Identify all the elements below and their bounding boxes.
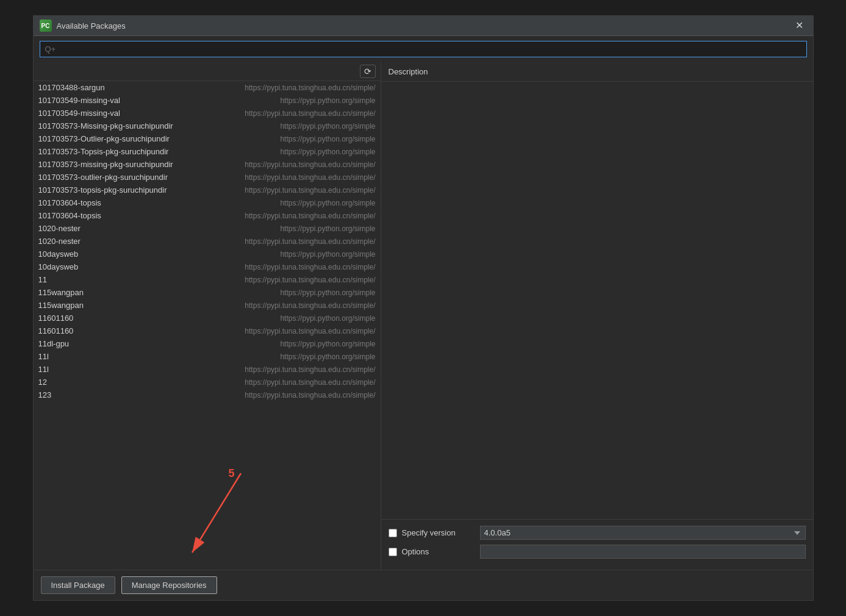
package-name: 101703573-Topsis-pkg-suruchipundir bbox=[38, 147, 169, 156]
options-checkbox[interactable] bbox=[389, 548, 397, 556]
package-url: https://pypi.tuna.tsinghua.edu.cn/simple… bbox=[160, 237, 376, 246]
package-name: 1020-nester bbox=[38, 237, 160, 246]
title-bar-left: PC Available Packages bbox=[40, 20, 126, 32]
options-label: Options bbox=[402, 547, 475, 556]
package-name: 11l bbox=[38, 352, 160, 361]
package-row[interactable]: 1020-nesterhttps://pypi.python.org/simpl… bbox=[34, 222, 381, 235]
package-url: https://pypi.tuna.tsinghua.edu.cn/simple… bbox=[168, 173, 376, 182]
options-input[interactable] bbox=[480, 545, 806, 559]
package-name: 123 bbox=[38, 390, 160, 399]
package-url: https://pypi.python.org/simple bbox=[160, 314, 376, 323]
package-url: https://pypi.tuna.tsinghua.edu.cn/simple… bbox=[160, 212, 376, 220]
title-bar: PC Available Packages ✕ bbox=[34, 16, 813, 36]
package-name: 11l bbox=[38, 365, 160, 374]
package-name: 101703573-outlier-pkg-suruchipundir bbox=[38, 173, 168, 182]
package-row[interactable]: 11https://pypi.tuna.tsinghua.edu.cn/simp… bbox=[34, 273, 381, 286]
package-list-area: ⟳ 101703488-sargunhttps://pypi.tuna.tsin… bbox=[34, 62, 381, 570]
package-url: https://pypi.tuna.tsinghua.edu.cn/simple… bbox=[160, 301, 376, 310]
specify-version-checkbox[interactable] bbox=[389, 529, 397, 537]
refresh-button[interactable]: ⟳ bbox=[360, 65, 376, 78]
package-name: 101703573-Missing-pkg-suruchipundir bbox=[38, 121, 173, 131]
package-name: 11601160 bbox=[38, 313, 160, 323]
package-url: https://pypi.python.org/simple bbox=[160, 353, 376, 361]
package-name: 12 bbox=[38, 378, 160, 387]
package-row[interactable]: 101703549-missing-valhttps://pypi.tuna.t… bbox=[34, 107, 381, 120]
package-row[interactable]: 101703549-missing-valhttps://pypi.python… bbox=[34, 94, 381, 107]
package-row[interactable]: 10dayswebhttps://pypi.tuna.tsinghua.edu.… bbox=[34, 260, 381, 273]
options-row: Options bbox=[389, 545, 806, 559]
package-url: https://pypi.python.org/simple bbox=[170, 135, 376, 143]
package-name: 101703488-sargun bbox=[38, 83, 160, 92]
package-row[interactable]: 101703573-missing-pkg-suruchipundirhttps… bbox=[34, 158, 381, 171]
package-row[interactable]: 11601160https://pypi.tuna.tsinghua.edu.c… bbox=[34, 324, 381, 337]
package-name: 101703573-missing-pkg-suruchipundir bbox=[38, 160, 173, 169]
package-url: https://pypi.python.org/simple bbox=[160, 250, 376, 259]
package-row[interactable]: 101703488-sargunhttps://pypi.tuna.tsingh… bbox=[34, 81, 381, 94]
package-url: https://pypi.tuna.tsinghua.edu.cn/simple… bbox=[160, 378, 376, 387]
package-url: https://pypi.tuna.tsinghua.edu.cn/simple… bbox=[173, 160, 376, 169]
version-row: Specify version 4.0.0a5 4.0.0a4 3.9.9 3.… bbox=[389, 526, 806, 540]
package-name: 101703549-missing-val bbox=[38, 96, 160, 105]
package-row[interactable]: 101703573-Missing-pkg-suruchipundirhttps… bbox=[34, 120, 381, 132]
package-url: https://pypi.python.org/simple bbox=[160, 224, 376, 233]
specify-version-label: Specify version bbox=[402, 528, 475, 537]
right-panel: Description Specify version 4.0.0a5 4.0.… bbox=[381, 62, 813, 570]
package-row[interactable]: 101703573-Topsis-pkg-suruchipundirhttps:… bbox=[34, 145, 381, 158]
package-row[interactable]: 115wangpanhttps://pypi.python.org/simple bbox=[34, 286, 381, 299]
dialog-title: Available Packages bbox=[57, 21, 126, 30]
package-name: 115wangpan bbox=[38, 301, 160, 310]
package-row[interactable]: 101703573-outlier-pkg-suruchipundirhttps… bbox=[34, 171, 381, 184]
package-url: https://pypi.python.org/simple bbox=[160, 96, 376, 105]
package-url: https://pypi.tuna.tsinghua.edu.cn/simple… bbox=[160, 109, 376, 118]
package-name: 101703549-missing-val bbox=[38, 109, 160, 118]
package-row[interactable]: 11601160https://pypi.python.org/simple bbox=[34, 312, 381, 324]
package-url: https://pypi.python.org/simple bbox=[168, 148, 375, 156]
close-button[interactable]: ✕ bbox=[792, 20, 807, 32]
package-row[interactable]: 11lhttps://pypi.python.org/simple bbox=[34, 350, 381, 363]
package-row[interactable]: 12https://pypi.tuna.tsinghua.edu.cn/simp… bbox=[34, 376, 381, 389]
package-row[interactable]: 101703604-topsishttps://pypi.tuna.tsingh… bbox=[34, 209, 381, 222]
package-row[interactable]: 101703604-topsishttps://pypi.python.org/… bbox=[34, 196, 381, 209]
package-url: https://pypi.python.org/simple bbox=[160, 288, 376, 297]
package-name: 101703573-topsis-pkg-suruchipundir bbox=[38, 185, 167, 195]
package-name: 11601160 bbox=[38, 326, 160, 335]
app-icon: PC bbox=[40, 20, 52, 32]
package-name: 101703573-Outlier-pkg-suruchipundir bbox=[38, 134, 170, 143]
package-row[interactable]: 101703573-Outlier-pkg-suruchipundirhttps… bbox=[34, 132, 381, 145]
version-options-area: Specify version 4.0.0a5 4.0.0a4 3.9.9 3.… bbox=[381, 519, 813, 570]
package-row[interactable]: 123https://pypi.tuna.tsinghua.edu.cn/sim… bbox=[34, 389, 381, 401]
package-name: 101703604-topsis bbox=[38, 198, 160, 207]
package-url: https://pypi.tuna.tsinghua.edu.cn/simple… bbox=[167, 186, 376, 195]
package-name: 11 bbox=[38, 275, 160, 284]
search-input[interactable] bbox=[40, 41, 807, 57]
manage-repositories-button[interactable]: Manage Repositories bbox=[121, 576, 217, 594]
package-name: 11dl-gpu bbox=[38, 339, 160, 348]
package-url: https://pypi.tuna.tsinghua.edu.cn/simple… bbox=[160, 365, 376, 374]
package-url: https://pypi.tuna.tsinghua.edu.cn/simple… bbox=[160, 327, 376, 335]
package-url: https://pypi.python.org/simple bbox=[160, 199, 376, 207]
package-url: https://pypi.tuna.tsinghua.edu.cn/simple… bbox=[160, 276, 376, 284]
package-row[interactable]: 1020-nesterhttps://pypi.tuna.tsinghua.ed… bbox=[34, 235, 381, 248]
package-name: 10daysweb bbox=[38, 262, 160, 271]
install-package-button[interactable]: Install Package bbox=[41, 576, 115, 594]
package-url: https://pypi.tuna.tsinghua.edu.cn/simple… bbox=[160, 391, 376, 399]
description-header: Description bbox=[381, 62, 813, 82]
package-name: 1020-nester bbox=[38, 224, 160, 233]
package-list[interactable]: 101703488-sargunhttps://pypi.tuna.tsingh… bbox=[34, 81, 381, 570]
package-list-header: ⟳ bbox=[34, 62, 381, 81]
package-url: https://pypi.python.org/simple bbox=[160, 340, 376, 348]
package-row[interactable]: 10dayswebhttps://pypi.python.org/simple bbox=[34, 248, 381, 260]
package-url: https://pypi.python.org/simple bbox=[173, 122, 376, 131]
version-select[interactable]: 4.0.0a5 4.0.0a4 3.9.9 3.9.8 bbox=[480, 526, 806, 540]
package-name: 115wangpan bbox=[38, 288, 160, 297]
available-packages-dialog: PC Available Packages ✕ ⟳ 101703488-sarg… bbox=[33, 15, 814, 601]
package-row[interactable]: 101703573-topsis-pkg-suruchipundirhttps:… bbox=[34, 184, 381, 196]
package-row[interactable]: 11lhttps://pypi.tuna.tsinghua.edu.cn/sim… bbox=[34, 363, 381, 376]
package-name: 10daysweb bbox=[38, 249, 160, 259]
package-row[interactable]: 11dl-gpuhttps://pypi.python.org/simple bbox=[34, 337, 381, 350]
package-name: 101703604-topsis bbox=[38, 211, 160, 220]
package-row[interactable]: 115wangpanhttps://pypi.tuna.tsinghua.edu… bbox=[34, 299, 381, 312]
description-content bbox=[381, 82, 813, 519]
footer: Install Package Manage Repositories bbox=[34, 570, 813, 600]
search-area bbox=[34, 36, 813, 62]
